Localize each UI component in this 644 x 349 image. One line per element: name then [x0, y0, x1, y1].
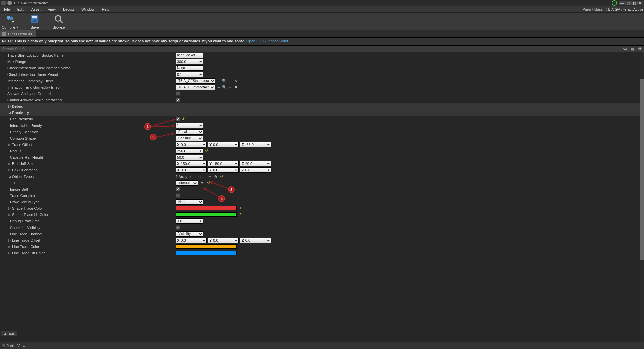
reset-icon[interactable]: ↺ — [219, 174, 224, 179]
browse-asset-icon[interactable]: 🔍 — [222, 79, 227, 83]
check-timer-input[interactable]: 0.1◂▸ — [176, 72, 203, 77]
back-arrow-icon[interactable]: ← — [216, 79, 221, 83]
browse-button[interactable]: Browse — [50, 14, 68, 29]
check-task-name-input[interactable] — [176, 65, 203, 71]
tab-class-defaults[interactable]: Class Defaults — [0, 30, 36, 37]
reset-icon[interactable]: ↺ — [238, 206, 242, 210]
shape-trace-hit-color-caret[interactable]: ▷ — [7, 213, 11, 216]
eye-icon[interactable]: 👁 — [636, 46, 644, 52]
add-icon[interactable]: ＋ — [228, 85, 232, 90]
compile-icon — [4, 14, 16, 24]
save-button[interactable]: Save — [25, 14, 44, 29]
dock-button[interactable]: ◧ — [631, 1, 637, 5]
reset-icon[interactable]: ↺ — [204, 149, 209, 153]
proximity-caret[interactable]: ◢ — [7, 111, 11, 114]
label-check-visibility: Check for Visibility — [0, 226, 174, 230]
section-proximity: Proximity — [12, 111, 29, 115]
clear-icon[interactable]: ✕ — [233, 85, 238, 90]
object-type-0-select[interactable]: Interactable — [176, 180, 198, 186]
scrollbar-thumb[interactable] — [640, 79, 644, 260]
draw-debug-type-select[interactable]: None — [176, 199, 203, 205]
trace-start-input[interactable] — [176, 53, 203, 58]
label-use-proximity: Use Proximity — [0, 117, 174, 121]
box-orient-caret[interactable]: ▷ — [7, 168, 11, 172]
max-range-input[interactable]: 300.0◂▸ — [176, 59, 203, 64]
clear-icon[interactable]: ✕ — [233, 79, 238, 83]
debug-caret[interactable]: ▷ — [7, 105, 11, 108]
box-half-y[interactable]: Y150.0◂▸ — [208, 161, 239, 166]
minimize-button[interactable]: — — [619, 1, 625, 5]
box-orient-z[interactable]: Z0.0◂▸ — [240, 167, 271, 173]
shape-trace-color-swatch[interactable] — [176, 206, 237, 210]
line-trace-color-caret[interactable]: ▷ — [7, 245, 11, 248]
trace-complex-checkbox[interactable] — [176, 193, 180, 198]
parent-class-link[interactable]: TBIA GAInteract Active — [606, 7, 643, 11]
close-button[interactable]: ✕ — [637, 1, 643, 5]
search-icon[interactable] — [622, 46, 629, 52]
debug-draw-time-input[interactable]: 3.0◂▸ — [176, 218, 203, 224]
compile-dropdown-icon[interactable]: ▼ — [16, 26, 19, 29]
line-trace-color-swatch[interactable] — [176, 244, 237, 249]
reset-icon[interactable]: ↺ — [181, 117, 185, 121]
vertical-scrollbar[interactable] — [640, 52, 644, 342]
check-visibility-checkbox[interactable] — [176, 225, 180, 230]
compile-button[interactable]: Compile▼ — [1, 14, 19, 29]
line-trace-hit-color-swatch[interactable] — [176, 251, 237, 255]
priority-condition-select[interactable]: Equal — [176, 129, 203, 135]
box-half-z[interactable]: Z20.0◂▸ — [240, 161, 271, 166]
shape-trace-hit-color-swatch[interactable] — [176, 212, 237, 217]
ignore-self-checkbox[interactable] — [176, 187, 180, 191]
menu-view[interactable]: View — [44, 7, 59, 12]
box-half-caret[interactable]: ▷ — [7, 162, 11, 165]
menu-window[interactable]: Window — [78, 7, 98, 12]
box-orient-x[interactable]: X0.0◂▸ — [176, 167, 207, 173]
line-trace-channel-select[interactable]: Visibility — [176, 231, 203, 237]
maximize-button[interactable]: ▢ — [625, 1, 631, 5]
menu-edit[interactable]: Edit — [14, 7, 27, 12]
trace-offset-z[interactable]: Z-88.0◂▸ — [240, 142, 271, 147]
menu-help[interactable]: Help — [98, 7, 113, 12]
browse-asset-icon[interactable]: 🔍 — [222, 85, 227, 90]
shape-trace-color-caret[interactable]: ▷ — [7, 207, 11, 210]
interaction-end-ge-select[interactable]: TBIA_GEInteractActiveEnd — [176, 85, 215, 90]
box-half-x[interactable]: X150.0◂▸ — [176, 161, 207, 166]
reset-icon[interactable]: ↺ — [238, 212, 242, 217]
label-draw-debug-type: Draw Debug Type — [0, 200, 174, 204]
cannot-activate-checkbox[interactable] — [176, 98, 180, 102]
box-orient-y[interactable]: Y0.0◂▸ — [208, 167, 239, 173]
interactable-priority-input[interactable]: 1◂▸ — [176, 123, 203, 128]
tags-section-tab[interactable]: ◢ Tags — [1, 331, 17, 336]
class-defaults-icon — [2, 32, 6, 36]
array-delete-icon[interactable]: 🗑 — [214, 174, 218, 179]
label-interacting-ge: Interacting Gameplay Effect — [0, 79, 174, 83]
open-full-editor-link[interactable]: Open Full Blueprint Editor — [246, 39, 288, 43]
capsule-half-input[interactable]: 50.0◂▸ — [176, 155, 203, 160]
line-trace-offset-caret[interactable]: ▷ — [7, 239, 11, 242]
add-icon[interactable]: ＋ — [228, 79, 232, 83]
line-trace-offset-z[interactable]: Z0.0◂▸ — [240, 238, 271, 243]
trace-offset-y[interactable]: Y0.0◂▸ — [208, 142, 239, 147]
property-matrix-icon[interactable]: ▦ — [629, 46, 636, 52]
label-box-orient: Box Orientation — [12, 168, 38, 172]
line-trace-hit-color-caret[interactable]: ▷ — [7, 251, 11, 255]
menu-debug[interactable]: Debug — [60, 7, 77, 12]
activate-on-granted-checkbox[interactable] — [176, 91, 180, 96]
object-types-caret[interactable]: ◢ — [7, 175, 11, 178]
trace-offset-x[interactable]: X0.0◂▸ — [176, 142, 207, 147]
svg-point-1 — [10, 17, 13, 20]
radius-input[interactable]: 250.0◂▸ — [176, 148, 203, 154]
line-trace-offset-y[interactable]: Y0.0◂▸ — [208, 238, 239, 243]
menu-asset[interactable]: Asset — [28, 7, 44, 12]
array-add-icon[interactable]: ＋ — [208, 174, 213, 179]
compile-label: Compile — [2, 25, 15, 29]
menu-file[interactable]: File — [1, 7, 13, 12]
label-check-task-name: Check Interaction Task Instance Name — [0, 66, 174, 70]
back-arrow-icon[interactable]: ← — [216, 85, 221, 90]
trace-offset-caret[interactable]: ▷ — [7, 143, 11, 146]
collision-shape-select[interactable]: Capsule — [176, 136, 203, 141]
source-control-icon[interactable] — [612, 0, 617, 6]
interacting-ge-select[interactable]: TBIA_GEStateInteracting — [176, 78, 215, 84]
array-item-menu-icon[interactable]: ▼ — [200, 181, 204, 185]
line-trace-offset-x[interactable]: X0.0◂▸ — [176, 238, 207, 243]
search-input[interactable] — [0, 46, 622, 51]
